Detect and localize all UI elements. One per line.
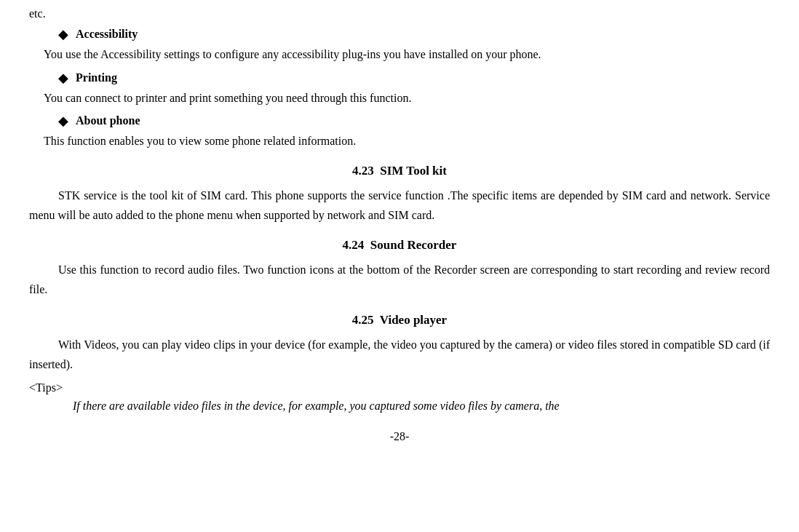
sim-tool-kit-heading: 4.23 SIM Tool kit [29, 164, 770, 178]
page-container: etc. ◆ Accessibility You use the Accessi… [29, 0, 770, 465]
about-phone-section: ◆ About phone This function enables you … [29, 113, 770, 151]
sound-recorder-heading: 4.24 Sound Recorder [29, 238, 770, 253]
page-number: -28- [29, 430, 770, 443]
sim-tool-kit-title: SIM Tool kit [380, 164, 447, 178]
sound-recorder-number: 4.24 [343, 238, 365, 252]
tips-label: <Tips> [29, 381, 770, 394]
about-phone-body: This function enables you to view some p… [44, 132, 770, 151]
accessibility-heading: Accessibility [76, 28, 138, 41]
diamond-icon-about-phone: ◆ [58, 113, 68, 129]
sim-tool-kit-body: STK service is the tool kit of SIM card.… [29, 186, 770, 225]
printing-section: ◆ Printing You can connect to printer an… [29, 70, 770, 108]
tips-body: If there are available video files in th… [29, 396, 770, 416]
accessibility-heading-row: ◆ Accessibility [58, 26, 770, 42]
printing-heading-row: ◆ Printing [58, 70, 770, 86]
about-phone-heading: About phone [76, 114, 140, 127]
sim-tool-kit-number: 4.23 [352, 164, 374, 178]
accessibility-body: You use the Accessibility settings to co… [44, 45, 770, 64]
about-phone-heading-row: ◆ About phone [58, 113, 770, 129]
sound-recorder-title: Sound Recorder [370, 238, 457, 252]
diamond-icon-accessibility: ◆ [58, 26, 68, 42]
video-player-title: Video player [380, 313, 447, 327]
accessibility-section: ◆ Accessibility You use the Accessibilit… [29, 26, 770, 64]
sound-recorder-body: Use this function to record audio files.… [29, 260, 770, 299]
video-player-body: With Videos, you can play video clips in… [29, 335, 770, 374]
intro-text: etc. [29, 7, 770, 20]
printing-body: You can connect to printer and print som… [44, 89, 770, 108]
diamond-icon-printing: ◆ [58, 70, 68, 86]
printing-heading: Printing [76, 71, 117, 84]
video-player-heading: 4.25 Video player [29, 313, 770, 327]
video-player-number: 4.25 [352, 313, 374, 327]
